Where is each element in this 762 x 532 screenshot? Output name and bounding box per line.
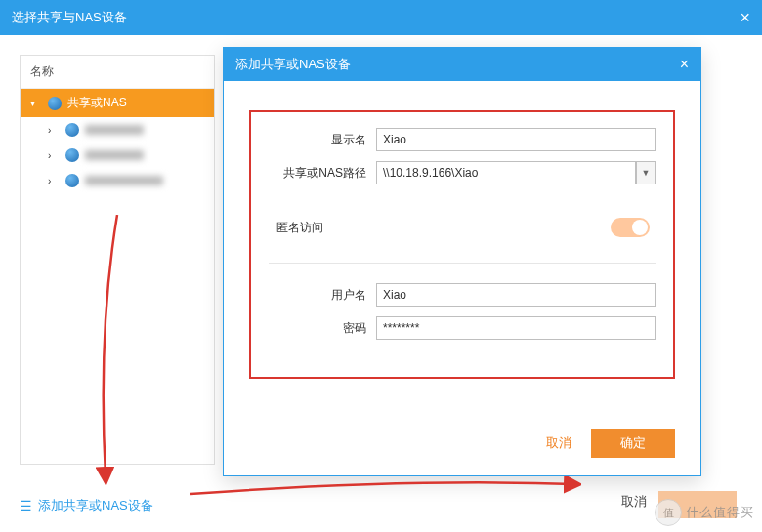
annotation-arrow-2 <box>190 476 581 500</box>
dialog-ok-button[interactable]: 确定 <box>591 429 675 458</box>
watermark-text: 什么值得买 <box>686 504 754 521</box>
path-row: 共享或NAS路径 ▼ <box>269 161 656 184</box>
path-dropdown-caret[interactable]: ▼ <box>636 161 656 184</box>
globe-icon <box>48 97 62 110</box>
globe-icon <box>65 123 79 137</box>
dialog-actions: 取消 确定 <box>546 429 675 458</box>
tree-item-label <box>85 176 163 185</box>
watermark-icon: 值 <box>655 499 682 526</box>
outer-cancel-button[interactable]: 取消 <box>621 493 647 511</box>
password-label: 密码 <box>269 320 376 337</box>
globe-icon <box>65 148 79 162</box>
tree-header: 名称 <box>21 56 214 89</box>
device-tree: 名称 ▾ 共享或NAS › › › <box>20 55 215 465</box>
main-title: 选择共享与NAS设备 <box>12 9 127 26</box>
tree-root-label: 共享或NAS <box>67 95 127 111</box>
password-input[interactable] <box>376 316 656 340</box>
watermark: 值 什么值得买 <box>655 499 754 526</box>
add-device-dialog: 添加共享或NAS设备 × 显示名 共享或NAS路径 ▼ 匿名访问 用户名 密码 <box>223 47 701 476</box>
add-device-label: 添加共享或NAS设备 <box>38 497 153 514</box>
path-input[interactable] <box>376 161 636 184</box>
main-close-icon[interactable]: × <box>740 8 750 28</box>
dialog-close-icon[interactable]: × <box>680 56 689 73</box>
dialog-cancel-button[interactable]: 取消 <box>546 434 572 452</box>
dialog-titlebar: 添加共享或NAS设备 × <box>224 48 700 81</box>
dialog-title: 添加共享或NAS设备 <box>235 56 351 73</box>
list-add-icon: ☰ <box>20 498 32 513</box>
path-label: 共享或NAS路径 <box>269 165 376 182</box>
display-name-input[interactable] <box>376 128 656 151</box>
tree-root[interactable]: ▾ 共享或NAS <box>21 89 214 117</box>
main-titlebar: 选择共享与NAS设备 × <box>0 0 762 35</box>
dialog-form: 显示名 共享或NAS路径 ▼ 匿名访问 用户名 密码 <box>249 110 675 379</box>
anonymous-toggle[interactable] <box>611 218 650 237</box>
tree-item[interactable]: › <box>21 117 214 143</box>
chevron-right-icon: › <box>48 125 60 136</box>
username-label: 用户名 <box>269 287 376 304</box>
username-input[interactable] <box>376 283 656 307</box>
anonymous-row: 匿名访问 <box>269 194 656 264</box>
tree-item-label <box>85 150 144 160</box>
tree-item[interactable]: › <box>21 168 214 193</box>
anonymous-label: 匿名访问 <box>276 220 323 236</box>
add-device-link[interactable]: ☰ 添加共享或NAS设备 <box>20 497 153 514</box>
display-name-label: 显示名 <box>269 132 376 148</box>
globe-icon <box>65 174 79 187</box>
chevron-down-icon: ▾ <box>30 98 42 108</box>
display-name-row: 显示名 <box>269 128 656 151</box>
chevron-right-icon: › <box>48 176 60 186</box>
username-row: 用户名 <box>269 283 656 307</box>
tree-item-label <box>85 125 144 135</box>
chevron-right-icon: › <box>48 150 60 161</box>
password-row: 密码 <box>269 316 656 340</box>
tree-item[interactable]: › <box>21 143 214 168</box>
